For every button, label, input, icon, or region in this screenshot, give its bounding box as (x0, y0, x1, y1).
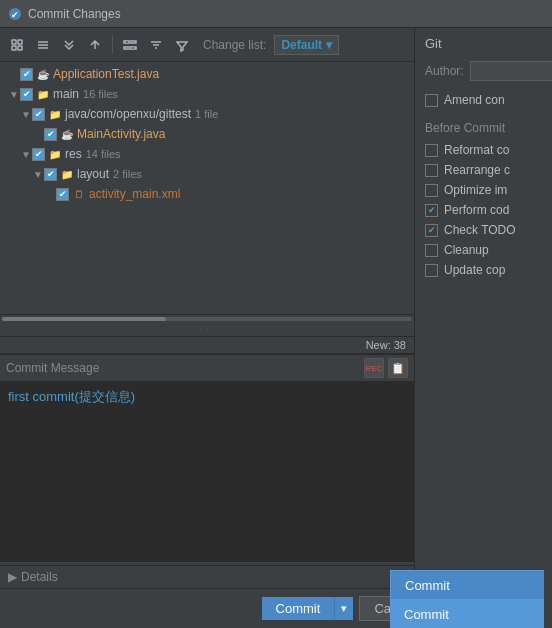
h-scrollbar-track (2, 317, 412, 321)
svg-rect-4 (12, 46, 16, 50)
tree-item-java-package[interactable]: ▼ ✔ 📁 java/com/openxu/gittest 1 file (0, 104, 414, 124)
author-row: Author: (425, 61, 542, 81)
commit-message-label: Commit Message (6, 361, 99, 375)
main-layout: Change list: Default ▾ ✔ ☕ ApplicationTe… (0, 28, 552, 628)
tree-label-res: res (65, 147, 82, 161)
toolbar-btn-up[interactable] (84, 34, 106, 56)
option-row-rearrange[interactable]: Rearrange c (425, 163, 542, 177)
option-label-perform: Perform cod (444, 203, 509, 217)
java-file-icon: ☕ (36, 67, 50, 81)
title-bar: ✔ Commit Changes (0, 0, 552, 28)
tree-checkbox-package[interactable]: ✔ (32, 108, 45, 121)
option-checkbox-cleanup[interactable] (425, 244, 438, 257)
commit-dropdown-item[interactable]: Commit (390, 600, 544, 628)
tree-checkbox-main[interactable]: ✔ (20, 88, 33, 101)
tree-count-package: 1 file (195, 108, 218, 120)
tree-item-res[interactable]: ▼ ✔ 📁 res 14 files (0, 144, 414, 164)
option-label-rearrange: Rearrange c (444, 163, 510, 177)
amend-checkbox[interactable] (425, 94, 438, 107)
tree-item-application-test[interactable]: ✔ ☕ ApplicationTest.java (0, 64, 414, 84)
option-row-perform[interactable]: ✔ Perform cod (425, 203, 542, 217)
author-input[interactable] (470, 61, 552, 81)
java-file-icon-main: ☕ (60, 127, 74, 141)
option-checkbox-optimize[interactable] (425, 184, 438, 197)
tree-item-main-activity[interactable]: ✔ ☕ MainActivity.java (0, 124, 414, 144)
option-checkbox-rearrange[interactable] (425, 164, 438, 177)
tree-checkbox[interactable]: ✔ (20, 68, 33, 81)
option-label-update-cop: Update cop (444, 263, 505, 277)
tree-count-res: 14 files (86, 148, 121, 160)
before-commit-title: Before Commit (425, 121, 542, 135)
toolbar-btn-refresh[interactable] (6, 34, 28, 56)
svg-point-8 (126, 40, 129, 43)
new-counter: New: 38 (0, 337, 414, 354)
folder-icon-main: 📁 (36, 87, 50, 101)
changelist-dropdown[interactable]: Default ▾ (274, 35, 339, 55)
toolbar-separator (112, 36, 113, 54)
rec-button[interactable]: REC (364, 358, 384, 378)
tree-item-activity-main-xml[interactable]: ✔ 🗒 activity_main.xml (0, 184, 414, 204)
svg-rect-2 (12, 40, 16, 44)
tree-checkbox-res[interactable]: ✔ (32, 148, 45, 161)
xml-file-icon: 🗒 (72, 187, 86, 201)
option-checkbox-check-todo[interactable]: ✔ (425, 224, 438, 237)
amend-label: Amend con (444, 93, 505, 107)
tree-label-layout: layout (77, 167, 109, 181)
tree-arrow-main-activity (32, 128, 44, 140)
svg-rect-5 (18, 46, 22, 50)
option-label-reformat: Reformat co (444, 143, 509, 157)
changelist-label: Change list: (203, 38, 266, 52)
paste-icon: 📋 (391, 362, 405, 375)
tree-label-main-activity: MainActivity.java (77, 127, 165, 141)
tree-arrow-layout: ▼ (32, 168, 44, 180)
tree-arrow-package: ▼ (20, 108, 32, 120)
tree-checkbox-main-activity[interactable]: ✔ (44, 128, 57, 141)
tree-count-layout: 2 files (113, 168, 142, 180)
tree-count-main: 16 files (83, 88, 118, 100)
amend-row[interactable]: Amend con (425, 93, 542, 107)
tree-checkbox-layout[interactable]: ✔ (44, 168, 57, 181)
option-row-reformat[interactable]: Reformat co (425, 143, 542, 157)
toolbar-btn-collapse[interactable] (58, 34, 80, 56)
commit-textarea[interactable] (0, 382, 414, 562)
commit-message-section: Commit Message REC 📋 (0, 354, 414, 565)
title-bar-icon: ✔ (8, 7, 22, 21)
changelist-arrow-icon: ▾ (326, 38, 332, 52)
toolbar-btn-filter[interactable] (171, 34, 193, 56)
commit-dropdown-btn-main[interactable]: Commit (390, 570, 544, 600)
option-row-update-cop[interactable]: Update cop (425, 263, 542, 277)
option-row-optimize[interactable]: Optimize im (425, 183, 542, 197)
tree-arrow (8, 68, 20, 80)
new-counter-label: New: (366, 339, 394, 351)
option-checkbox-reformat[interactable] (425, 144, 438, 157)
toolbar-btn-sort[interactable] (145, 34, 167, 56)
folder-icon-layout: 📁 (60, 167, 74, 181)
h-scrollbar[interactable] (0, 314, 414, 322)
tree-item-main[interactable]: ▼ ✔ 📁 main 16 files (0, 84, 414, 104)
paste-button[interactable]: 📋 (388, 358, 408, 378)
svg-rect-3 (18, 40, 22, 44)
tree-item-layout[interactable]: ▼ ✔ 📁 layout 2 files (0, 164, 414, 184)
tree-label-package: java/com/openxu/gittest (65, 107, 191, 121)
file-tree[interactable]: ✔ ☕ ApplicationTest.java ▼ ✔ 📁 main 16 f… (0, 62, 414, 314)
option-label-check-todo: Check TODO (444, 223, 516, 237)
commit-dropdown-label: Commit (405, 578, 450, 593)
changelist-value: Default (281, 38, 322, 52)
left-panel: Change list: Default ▾ ✔ ☕ ApplicationTe… (0, 28, 415, 628)
tree-checkbox-xml[interactable]: ✔ (56, 188, 69, 201)
commit-message-header: Commit Message REC 📋 (0, 354, 414, 382)
option-label-cleanup: Cleanup (444, 243, 489, 257)
rec-icon: REC (366, 364, 383, 373)
svg-point-9 (132, 46, 135, 49)
git-section-title: Git (425, 36, 542, 51)
option-row-cleanup[interactable]: Cleanup (425, 243, 542, 257)
tree-label: ApplicationTest.java (53, 67, 159, 81)
tree-arrow-res: ▼ (20, 148, 32, 160)
option-checkbox-update-cop[interactable] (425, 264, 438, 277)
tree-label-main: main (53, 87, 79, 101)
option-row-check-todo[interactable]: ✔ Check TODO (425, 223, 542, 237)
toolbar-btn-expand[interactable] (32, 34, 54, 56)
folder-icon-package: 📁 (48, 107, 62, 121)
option-checkbox-perform[interactable]: ✔ (425, 204, 438, 217)
toolbar-btn-settings[interactable] (119, 34, 141, 56)
